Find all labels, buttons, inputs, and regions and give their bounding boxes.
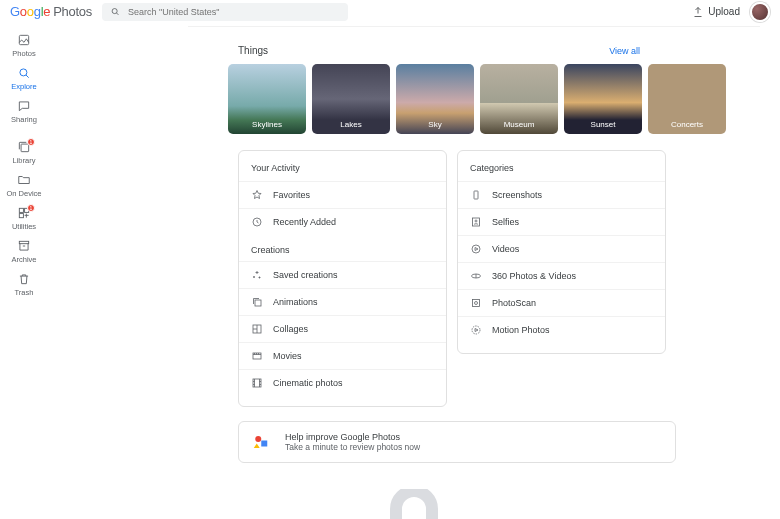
svg-point-17 [475, 220, 477, 222]
sidebar-item-library[interactable]: 1 Library [0, 136, 48, 169]
sidebar-item-archive[interactable]: Archive [0, 235, 48, 268]
sidebar-item-label: Photos [12, 49, 35, 58]
sidebar-item-photos[interactable]: Photos [0, 29, 48, 62]
recently-added-link[interactable]: Recently Added [239, 208, 446, 235]
thing-lakes[interactable]: Lakes [312, 64, 390, 134]
svg-point-21 [475, 302, 478, 305]
sidebar: Photos Explore Sharing 1 Library On Devi… [0, 23, 48, 519]
promo-subtitle: Take a minute to review photos now [285, 442, 420, 452]
cinematic-link[interactable]: Cinematic photos [239, 369, 446, 396]
main-content: Things View all Skylines Lakes Sky Museu… [48, 23, 780, 519]
sidebar-item-label: Trash [15, 288, 34, 297]
sidebar-item-trash[interactable]: Trash [0, 268, 48, 301]
google-photos-logo[interactable]: Google Photos [10, 4, 92, 19]
item-label: Screenshots [492, 190, 542, 200]
badge: 1 [27, 204, 35, 212]
badge: 1 [27, 138, 35, 146]
sidebar-item-label: On Device [6, 189, 41, 198]
creations-title: Creations [239, 235, 446, 261]
svg-rect-15 [474, 191, 478, 199]
photoscan-link[interactable]: PhotoScan [458, 289, 665, 316]
promo-title: Help improve Google Photos [285, 432, 420, 442]
thing-skylines[interactable]: Skylines [228, 64, 306, 134]
item-label: Collages [273, 324, 308, 334]
item-label: Videos [492, 244, 519, 254]
folder-icon [17, 173, 31, 187]
stack-icon [251, 296, 263, 308]
screenshots-link[interactable]: Screenshots [458, 181, 665, 208]
things-row: Skylines Lakes Sky Museum Sunset Concert… [228, 64, 780, 134]
svg-rect-11 [255, 300, 261, 306]
selfies-link[interactable]: Selfies [458, 208, 665, 235]
svg-line-1 [116, 13, 118, 15]
upload-button[interactable]: Upload [692, 6, 740, 18]
thing-museum[interactable]: Museum [480, 64, 558, 134]
videos-link[interactable]: Videos [458, 235, 665, 262]
sidebar-item-label: Library [13, 156, 36, 165]
svg-rect-6 [19, 208, 23, 212]
svg-rect-20 [473, 300, 480, 307]
header: Google Photos Upload [0, 0, 780, 23]
360-link[interactable]: 360 Photos & Videos [458, 262, 665, 289]
thumb-label: Skylines [252, 120, 282, 129]
search-icon [17, 66, 31, 80]
sidebar-item-ondevice[interactable]: On Device [0, 169, 48, 202]
item-label: Cinematic photos [273, 378, 343, 388]
help-improve-banner[interactable]: Help improve Google Photos Take a minute… [238, 421, 676, 463]
item-label: 360 Photos & Videos [492, 271, 576, 281]
scroll-edge [188, 23, 760, 27]
categories-card: Categories Screenshots Selfies Videos 36… [457, 150, 666, 354]
person-icon [470, 216, 482, 228]
thing-sky[interactable]: Sky [396, 64, 474, 134]
scan-icon [470, 297, 482, 309]
footer-illustration [48, 489, 780, 519]
search-icon [110, 6, 120, 17]
search-bar[interactable] [102, 3, 348, 21]
shapes-icon [253, 433, 271, 451]
sidebar-item-label: Explore [11, 82, 36, 91]
movies-link[interactable]: Movies [239, 342, 446, 369]
thumb-label: Lakes [340, 120, 361, 129]
thumb-label: Sky [428, 120, 441, 129]
archive-icon [17, 239, 31, 253]
your-activity-card: Your Activity Favorites Recently Added C… [238, 150, 447, 407]
view-all-link[interactable]: View all [609, 46, 640, 56]
photo-icon [17, 33, 31, 47]
sidebar-item-explore[interactable]: Explore [0, 62, 48, 95]
search-input[interactable] [128, 7, 340, 17]
star-icon [251, 189, 263, 201]
sidebar-item-label: Archive [11, 255, 36, 264]
chat-icon [17, 99, 31, 113]
animations-link[interactable]: Animations [239, 288, 446, 315]
motion-icon [470, 324, 482, 336]
sidebar-item-sharing[interactable]: Sharing [0, 95, 48, 128]
item-label: Favorites [273, 190, 310, 200]
svg-rect-5 [21, 144, 29, 152]
collages-link[interactable]: Collages [239, 315, 446, 342]
sidebar-item-utilities[interactable]: 1 Utilities [0, 202, 48, 235]
favorites-link[interactable]: Favorites [239, 181, 446, 208]
card-title: Categories [458, 161, 665, 181]
product-name: Photos [53, 4, 92, 19]
thumb-label: Sunset [591, 120, 616, 129]
upload-icon [692, 6, 704, 18]
magnet-icon [384, 489, 444, 519]
card-title: Your Activity [239, 161, 446, 181]
sidebar-item-label: Sharing [11, 115, 37, 124]
svg-rect-24 [261, 441, 267, 447]
thing-concerts[interactable]: Concerts [648, 64, 726, 134]
phone-icon [470, 189, 482, 201]
item-label: Recently Added [273, 217, 336, 227]
saved-creations-link[interactable]: Saved creations [239, 261, 446, 288]
motion-link[interactable]: Motion Photos [458, 316, 665, 343]
upload-label: Upload [708, 6, 740, 17]
account-avatar[interactable] [750, 2, 770, 22]
thing-sunset[interactable]: Sunset [564, 64, 642, 134]
sidebar-item-label: Utilities [12, 222, 36, 231]
things-header: Things View all [238, 45, 640, 56]
movie-icon [251, 350, 263, 362]
play-icon [470, 243, 482, 255]
svg-point-0 [112, 9, 117, 14]
item-label: Saved creations [273, 270, 338, 280]
svg-rect-9 [19, 241, 28, 243]
